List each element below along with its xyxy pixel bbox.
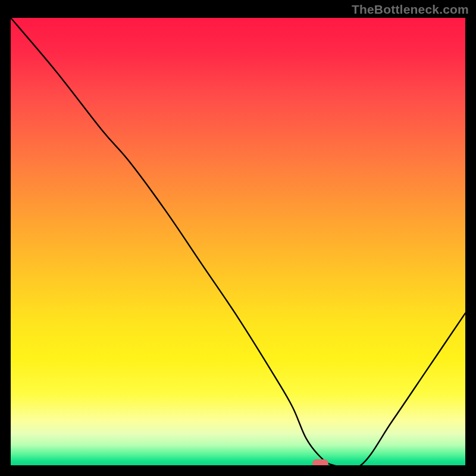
chart-frame: TheBottleneck.com <box>0 0 476 476</box>
watermark-text: TheBottleneck.com <box>352 2 469 17</box>
optimal-point-marker <box>312 459 328 465</box>
plot-area <box>11 18 465 465</box>
bottleneck-curve <box>11 18 465 465</box>
